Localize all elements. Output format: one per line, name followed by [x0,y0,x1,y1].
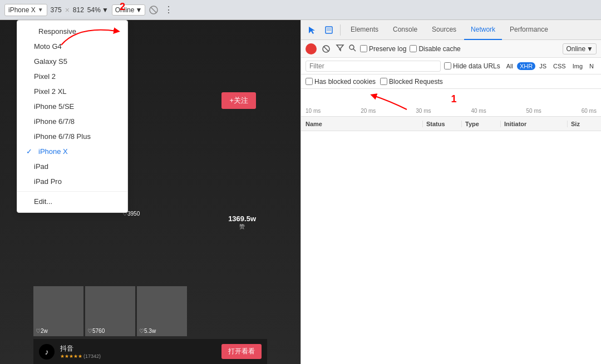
devtools-panel: Elements Console Sources Network Perform… [300,20,601,364]
dropdown-item-galaxy-s5[interactable]: Galaxy S5 [17,54,127,69]
type-btn-all[interactable]: All [504,62,516,70]
blocked-requests-checkbox[interactable] [380,78,387,85]
height-value: 812 [73,6,84,14]
grid-count-3: ♡5.3w [139,328,156,334]
annotation-1: 1 [451,93,457,105]
dropdown-item-iphone-5se[interactable]: iPhone 5/SE [17,99,127,114]
svg-line-9 [353,49,356,51]
col-header-initiator[interactable]: Initiator [501,121,568,127]
type-btn-css[interactable]: CSS [550,62,569,70]
col-header-type[interactable]: Type [462,121,501,127]
svg-line-6 [324,47,328,51]
disable-cache-checkbox[interactable] [410,45,417,52]
online-arrow: ▼ [587,45,593,53]
filter-input[interactable] [306,61,441,72]
dropdown-label: iPhone X [38,147,68,156]
online-throttle-dropdown[interactable]: Online ▼ [563,43,597,54]
timeline-label-2: 20 ms [361,108,376,114]
blocked-requests-label[interactable]: Blocked Requests [380,78,443,86]
tab-performance[interactable]: Performance [503,20,555,40]
filter-button[interactable] [336,43,344,54]
app-name-label: 抖音 [60,344,101,353]
dropdown-item-ipad[interactable]: iPad [17,159,127,174]
timeline-label-6: 60 ms [582,108,597,114]
timeline-label-1: 10 ms [306,108,321,114]
device-toolbar-button[interactable] [321,22,337,38]
hide-data-urls-checkbox[interactable] [444,62,451,69]
blocked-bar: Has blocked cookies Blocked Requests [301,74,601,89]
top-bar: iPhone X ▼ 375 × 812 54% ▼ Online ▼ ⋮ 2 … [0,0,601,20]
dropdown-item-pixel-2-xl[interactable]: Pixel 2 XL [17,84,127,99]
dropdown-item-iphone-678[interactable]: iPhone 6/7/8 [17,114,127,129]
col-header-name[interactable]: Name [301,121,423,127]
device-selector[interactable]: iPhone X ▼ [4,4,47,16]
no-throttle-icon [149,5,159,15]
disable-cache-label[interactable]: Disable cache [410,45,460,53]
network-throttle-selector[interactable]: Online ▼ [112,4,146,16]
dropdown-label: iPad [34,162,48,171]
svg-marker-7 [337,45,343,51]
dropdown-item-responsive[interactable]: Responsive [17,24,127,39]
pointer-tool-button[interactable] [304,22,320,38]
online-label: Online [566,45,585,53]
network-value: Online [115,6,135,14]
grid-cell-3: ♡5.3w [137,286,187,336]
dropdown-item-pixel-2[interactable]: Pixel 2 [17,69,127,84]
follow-button[interactable]: +关注 [221,92,256,109]
has-blocked-cookies-label[interactable]: Has blocked cookies [306,78,376,86]
app-bar: ♪ 抖音 ★★★★★ (17342) 打开看看 [33,339,267,364]
dropdown-item-iphone-678-plus[interactable]: iPhone 6/7/8 Plus [17,129,127,144]
timeline-label-4: 40 ms [471,108,486,114]
dropdown-item-ipad-pro[interactable]: iPad Pro [17,174,127,189]
open-app-button[interactable]: 打开看看 [221,344,262,359]
dropdown-label: Pixel 2 [34,72,56,81]
tab-sources[interactable]: Sources [425,20,463,40]
grid-count-2: ♡5760 [87,328,105,334]
type-btn-n[interactable]: N [587,62,597,70]
has-blocked-cookies-checkbox[interactable] [306,78,313,85]
dropdown-item-moto-g4[interactable]: Moto G4 [17,39,127,54]
grid-cell-2: ♡5760 [85,286,135,336]
clear-button[interactable] [320,43,332,55]
check-icon: ✓ [26,147,34,156]
preserve-log-checkbox[interactable] [360,45,367,52]
timeline-label-5: 50 ms [526,108,541,114]
disable-cache-text: Disable cache [418,45,460,53]
preserve-log-text: Preserve log [369,45,406,53]
svg-rect-4 [327,28,331,31]
device-dropdown-arrow: ▼ [38,7,43,13]
tab-console[interactable]: Console [386,20,424,40]
timeline-label-3: 30 ms [416,108,431,114]
dropdown-label: Galaxy S5 [34,57,67,66]
record-button[interactable] [306,43,317,54]
app-info: 抖音 ★★★★★ (17342) [60,344,101,359]
hide-data-urls-text: Hide data URLs [453,62,500,70]
type-btn-js[interactable]: JS [536,62,549,70]
search-button[interactable] [348,43,357,54]
svg-line-1 [151,7,156,13]
col-header-size[interactable]: Siz [568,121,601,127]
hide-data-urls-label[interactable]: Hide data URLs [444,62,500,70]
dropdown-divider [17,191,127,192]
grid-count-1: ♡2w [36,328,48,334]
type-btn-xhr[interactable]: XHR [517,62,535,70]
big-num: 1369.5w [228,215,256,223]
col-header-status[interactable]: Status [423,121,462,127]
zoom-value: 54% [87,6,101,14]
dropdown-item-edit[interactable]: Edit... [17,194,127,209]
dropdown-label: iPhone 6/7/8 Plus [34,132,91,141]
preserve-log-label[interactable]: Preserve log [360,45,406,53]
dropdown-label: iPad Pro [34,177,62,186]
type-btn-img[interactable]: Img [570,62,585,70]
dropdown-item-iphone-x[interactable]: ✓ iPhone X [17,144,127,159]
zoom-selector[interactable]: 54% ▼ [87,6,109,14]
filter-type-buttons: All XHR JS CSS Img N [504,62,597,70]
dimension-separator: × [65,6,70,14]
tab-network[interactable]: Network [464,20,502,40]
dropdown-label: Responsive [38,27,76,36]
table-body [301,131,601,364]
app-stars: ★★★★★ [60,353,82,359]
video-grid: ♡2w ♡5760 ♡5.3w [33,286,187,336]
tab-elements[interactable]: Elements [344,20,385,40]
more-options-button[interactable]: ⋮ [164,4,173,15]
